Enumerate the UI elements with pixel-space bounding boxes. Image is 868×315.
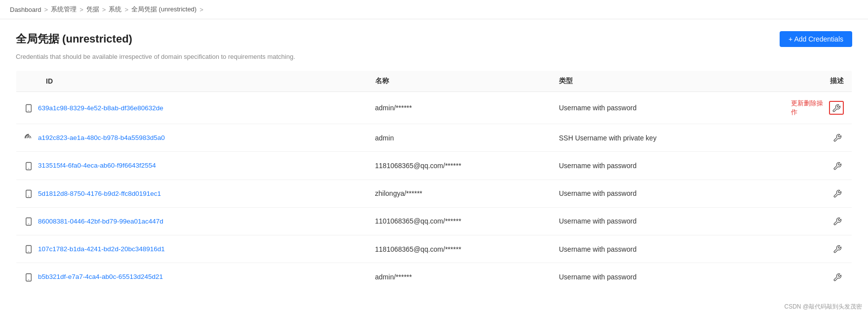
id-cell: 86008381-0446-42bf-bd79-99ea01ac447d xyxy=(16,207,367,235)
svg-rect-0 xyxy=(26,104,32,112)
edit-button[interactable] xyxy=(831,131,844,144)
phone-icon xyxy=(24,160,33,171)
id-cell: 639a1c98-8329-4e52-b8ab-df36e80632de xyxy=(16,92,367,124)
name-cell: admin/****** xyxy=(367,263,551,291)
id-cell: 107c1782-b1da-4241-bd2d-20bc348916d1 xyxy=(16,235,367,263)
table-row: 86008381-0446-42bf-bd79-99ea01ac447d 110… xyxy=(16,207,852,235)
actions-cell xyxy=(735,207,852,235)
phone-icon xyxy=(24,103,33,113)
fingerprint-icon xyxy=(24,133,33,143)
actions-cell: 更新删除操作 xyxy=(735,92,852,124)
name-cell: admin/****** xyxy=(367,92,551,124)
id-cell: 313515f4-6fa0-4eca-ab60-f9f6643f2554 xyxy=(16,152,367,180)
breadcrumb-item-dashboard[interactable]: Dashboard xyxy=(10,6,41,13)
credential-id-link[interactable]: 5d1812d8-8750-4176-b9d2-ffc8d0191ec1 xyxy=(38,190,161,197)
main-content: 全局凭据 (unrestricted) + Add Credentials Cr… xyxy=(0,19,868,303)
table-row: 313515f4-6fa0-4eca-ab60-f9f6643f2554 118… xyxy=(16,152,852,180)
table-row: b5b321df-e7a7-4ca4-ab0c-65513d245d21 adm… xyxy=(16,263,852,291)
breadcrumb-item-sysmanage[interactable]: 系统管理 xyxy=(51,5,77,14)
table-row: 107c1782-b1da-4241-bd2d-20bc348916d1 118… xyxy=(16,235,852,263)
svg-rect-6 xyxy=(26,218,32,225)
type-cell: Username with password xyxy=(551,152,735,180)
phone-icon xyxy=(24,271,33,282)
page-header: 全局凭据 (unrestricted) + Add Credentials xyxy=(16,31,852,47)
edit-button[interactable] xyxy=(831,215,844,228)
type-cell: Username with password xyxy=(551,92,735,124)
name-cell: zhilongya/****** xyxy=(367,180,551,207)
edit-button[interactable] xyxy=(831,242,844,256)
col-header-type: 类型 xyxy=(551,71,735,92)
type-cell: Username with password xyxy=(551,207,735,235)
phone-icon xyxy=(24,216,33,226)
type-cell: Username with password xyxy=(551,180,735,207)
table-row: a192c823-ae1a-480c-b978-b4a55983d5a0 adm… xyxy=(16,124,852,152)
table-row: 5d1812d8-8750-4176-b9d2-ffc8d0191ec1 zhi… xyxy=(16,180,852,207)
credential-id-link[interactable]: 107c1782-b1da-4241-bd2d-20bc348916d1 xyxy=(38,245,165,253)
svg-rect-8 xyxy=(26,246,32,253)
id-cell: b5b321df-e7a7-4ca4-ab0c-65513d245d21 xyxy=(16,263,367,291)
svg-rect-10 xyxy=(26,273,32,281)
table-row: 639a1c98-8329-4e52-b8ab-df36e80632de adm… xyxy=(16,92,852,124)
breadcrumb: Dashboard > 系统管理 > 凭据 > 系统 > 全局凭据 (unres… xyxy=(0,0,868,19)
type-cell: SSH Username with private key xyxy=(551,124,735,152)
update-delete-label: 更新删除操作 xyxy=(791,99,823,117)
actions-cell xyxy=(735,235,852,263)
col-header-description: 描述 xyxy=(735,71,852,92)
name-cell: admin xyxy=(367,124,551,152)
actions-cell xyxy=(735,263,852,291)
edit-button[interactable] xyxy=(831,159,844,172)
name-cell: 1181068365@qq.com/****** xyxy=(367,152,551,180)
actions-cell xyxy=(735,124,852,152)
name-cell: 1181068365@qq.com/****** xyxy=(367,235,551,263)
name-cell: 1101068365@qq.com/****** xyxy=(367,207,551,235)
edit-button[interactable] xyxy=(829,101,844,114)
id-cell: 5d1812d8-8750-4176-b9d2-ffc8d0191ec1 xyxy=(16,180,367,207)
type-cell: Username with password xyxy=(551,235,735,263)
edit-button[interactable] xyxy=(831,270,844,283)
page-title: 全局凭据 (unrestricted) xyxy=(16,32,132,46)
svg-rect-4 xyxy=(26,190,32,197)
breadcrumb-item-system[interactable]: 系统 xyxy=(109,5,121,14)
col-header-name: 名称 xyxy=(367,71,551,92)
id-cell: a192c823-ae1a-480c-b978-b4a55983d5a0 xyxy=(16,124,367,152)
breadcrumb-item-global: 全局凭据 (unrestricted) xyxy=(131,5,197,14)
actions-cell xyxy=(735,180,852,207)
watermark: CSDN @敲代码敲到头发茂密 xyxy=(784,303,862,303)
breadcrumb-item-credentials[interactable]: 凭据 xyxy=(86,5,99,14)
credential-id-link[interactable]: b5b321df-e7a7-4ca4-ab0c-65513d245d21 xyxy=(38,273,163,280)
col-header-id: ID xyxy=(16,71,367,92)
credential-id-link[interactable]: 313515f4-6fa0-4eca-ab60-f9f6643f2554 xyxy=(38,162,156,169)
credentials-table: ID 名称 类型 描述 639a1c98-8329-4e52-b8ab-df36… xyxy=(16,70,852,291)
type-cell: Username with password xyxy=(551,263,735,291)
actions-cell xyxy=(735,152,852,180)
add-credentials-button[interactable]: + Add Credentials xyxy=(780,31,852,47)
credential-id-link[interactable]: 86008381-0446-42bf-bd79-99ea01ac447d xyxy=(38,218,163,225)
phone-icon xyxy=(24,244,33,254)
page-subtitle: Credentials that should be available irr… xyxy=(16,53,852,60)
credential-id-link[interactable]: 639a1c98-8329-4e52-b8ab-df36e80632de xyxy=(38,104,163,112)
svg-rect-2 xyxy=(26,162,32,170)
phone-icon xyxy=(24,188,33,199)
table-header-row: ID 名称 类型 描述 xyxy=(16,71,852,92)
edit-button[interactable] xyxy=(831,187,844,200)
credential-id-link[interactable]: a192c823-ae1a-480c-b978-b4a55983d5a0 xyxy=(38,134,165,141)
